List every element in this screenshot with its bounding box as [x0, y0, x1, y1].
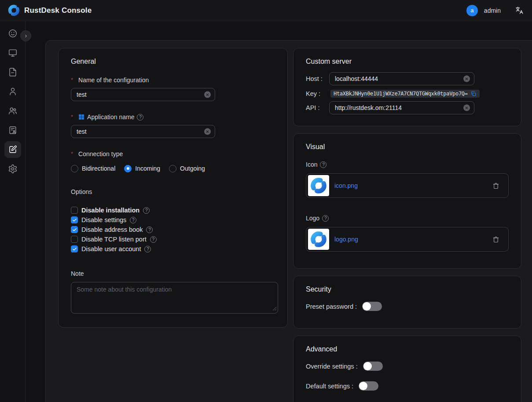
connection-type-group: Bidirectional Incoming Outgoing: [71, 164, 275, 173]
icon-file-row: icon.png: [306, 173, 509, 198]
main-content: General Name of the configuration ✕ Appl…: [45, 40, 532, 402]
logo-file-link[interactable]: logo.png: [334, 236, 492, 243]
sidebar-item-custom-clients[interactable]: [4, 141, 21, 158]
options-group: Disable installation ? Disable settings …: [71, 205, 275, 254]
preset-password-label: Preset password :: [306, 303, 357, 310]
note-textarea[interactable]: [71, 282, 278, 314]
help-icon[interactable]: ?: [137, 114, 143, 121]
sidebar-item-devices[interactable]: [4, 44, 21, 61]
audit-log-icon: [8, 125, 18, 135]
checkbox: [71, 216, 78, 223]
application-name-label: Application name ?: [71, 113, 275, 121]
application-name-field-wrap: ✕: [71, 125, 215, 138]
visual-card: Visual Icon ? icon.png: [293, 133, 521, 269]
help-icon[interactable]: ?: [144, 246, 151, 252]
config-name-input[interactable]: [71, 88, 215, 101]
copy-icon[interactable]: [470, 91, 477, 97]
checkbox: [71, 245, 78, 252]
config-name-label: Name of the configuration: [71, 76, 275, 84]
sidebar-item-settings[interactable]: [4, 161, 21, 177]
help-icon[interactable]: ?: [146, 227, 153, 233]
override-settings-label: Override settings :: [306, 363, 358, 370]
help-icon[interactable]: ?: [143, 207, 150, 214]
user-avatar[interactable]: a: [466, 5, 478, 16]
edit-square-icon: [8, 145, 18, 154]
clear-icon[interactable]: ✕: [463, 76, 470, 82]
radio-label: Incoming: [135, 165, 160, 172]
checkbox-disable-user-account[interactable]: Disable user account ?: [71, 244, 275, 254]
sidebar-item-smile[interactable]: [4, 25, 21, 42]
radio-dot: [169, 165, 176, 172]
smile-icon: [8, 29, 18, 38]
user-name[interactable]: admin: [484, 7, 501, 14]
checkbox-disable-address-book[interactable]: Disable address book ?: [71, 225, 275, 234]
api-label: API :: [306, 104, 329, 111]
checkbox-label: Disable installation: [81, 207, 139, 214]
override-settings-row: Override settings :: [306, 362, 509, 371]
icon-thumbnail: [308, 175, 329, 196]
app-title: RustDesk Console: [24, 6, 92, 15]
advanced-title: Advanced: [306, 344, 509, 354]
checkbox-disable-tcp-listen-port[interactable]: Disable TCP listen port ?: [71, 234, 275, 244]
file-text-icon: [8, 67, 18, 77]
radio-bidirectional[interactable]: Bidirectional: [71, 165, 115, 172]
chevron-right-icon: [23, 33, 29, 39]
icon-label: Icon ?: [306, 160, 509, 169]
windows-icon: [78, 114, 84, 120]
visual-title: Visual: [306, 142, 509, 152]
checkbox: [71, 226, 78, 233]
sidebar-item-documents[interactable]: [4, 64, 21, 80]
clear-icon[interactable]: ✕: [204, 128, 211, 135]
sidebar-item-users[interactable]: [4, 83, 21, 100]
trash-icon[interactable]: [492, 236, 499, 243]
api-input[interactable]: [329, 101, 474, 114]
sidebar-item-audit[interactable]: [4, 122, 21, 139]
help-icon[interactable]: ?: [130, 217, 136, 223]
user-icon: [8, 87, 18, 96]
app-header: RustDesk Console a admin: [0, 0, 532, 21]
checkbox-label: Disable address book: [81, 226, 143, 233]
custom-server-title: Custom server: [306, 56, 509, 67]
key-row: Key : HtaXBkJNHyn0e1U1jWXze7A7CN7QTGWqxk…: [306, 90, 509, 98]
options-label: Options: [71, 187, 275, 196]
icon-file-link[interactable]: icon.png: [334, 182, 492, 189]
checkbox-disable-settings[interactable]: Disable settings ?: [71, 215, 275, 225]
logo-label-text: Logo: [306, 214, 319, 223]
application-name-input[interactable]: [71, 125, 215, 138]
checkbox-label: Disable settings: [81, 216, 126, 223]
security-title: Security: [306, 284, 509, 295]
preset-password-row: Preset password :: [306, 302, 509, 311]
key-label: Key :: [306, 90, 329, 97]
logo-file-row: logo.png: [306, 227, 509, 252]
server-key-value: HtaXBkJNHyn0e1U1jWXze7A7CN7QTGWqxk0tpaVp…: [330, 90, 480, 98]
key-text: HtaXBkJNHyn0e1U1jWXze7A7CN7QTGWqxk0tpaVp…: [334, 91, 468, 97]
clear-icon[interactable]: ✕: [463, 105, 470, 111]
host-input[interactable]: [329, 72, 474, 85]
security-card: Security Preset password :: [293, 276, 521, 329]
checkbox-label: Disable TCP listen port: [81, 236, 147, 243]
preset-password-toggle[interactable]: [362, 302, 382, 311]
sidebar-expand-button[interactable]: [20, 30, 31, 41]
host-label: Host :: [306, 75, 329, 82]
advanced-card: Advanced Override settings : Default set…: [293, 336, 521, 402]
settings-gear-icon: [8, 164, 18, 174]
radio-incoming[interactable]: Incoming: [124, 165, 160, 172]
help-icon[interactable]: ?: [150, 236, 157, 243]
override-settings-toggle[interactable]: [363, 362, 383, 371]
clear-icon[interactable]: ✕: [204, 91, 211, 98]
default-settings-label: Default settings :: [306, 383, 353, 390]
general-card: General Name of the configuration ✕ Appl…: [58, 48, 288, 328]
default-settings-toggle[interactable]: [359, 381, 378, 391]
sidebar-item-groups[interactable]: [4, 102, 21, 119]
radio-outgoing[interactable]: Outgoing: [169, 165, 205, 172]
radio-dot: [124, 165, 132, 172]
help-icon[interactable]: ?: [322, 215, 329, 222]
checkbox-disable-installation[interactable]: Disable installation ?: [71, 205, 275, 215]
trash-icon[interactable]: [492, 182, 499, 190]
translate-icon[interactable]: [515, 6, 524, 15]
host-field-wrap: ✕: [329, 72, 474, 85]
radio-label: Outgoing: [180, 165, 205, 172]
help-icon[interactable]: ?: [320, 161, 327, 168]
general-title: General: [71, 56, 275, 67]
radio-dot: [71, 165, 78, 172]
